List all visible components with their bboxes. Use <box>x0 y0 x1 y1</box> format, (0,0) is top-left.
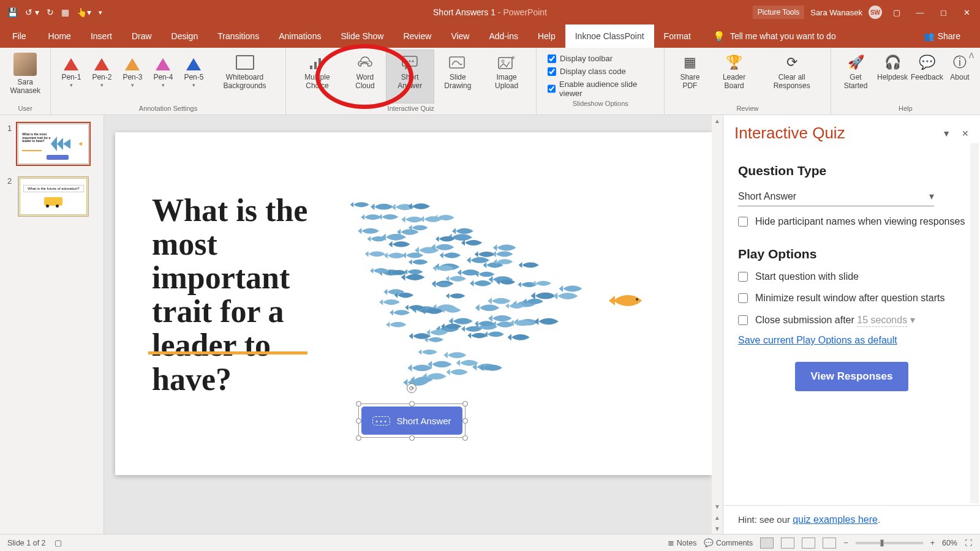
dropdown-caret-icon[interactable]: ▾ <box>100 82 104 88</box>
resize-handle[interactable] <box>356 401 361 407</box>
tab-view[interactable]: View <box>441 24 479 48</box>
whiteboard-backgrounds-button[interactable]: Whiteboard Backgrounds <box>209 50 280 103</box>
save-default-link[interactable]: Save current Play Options as default <box>738 335 897 345</box>
display-toolbar-checkbox[interactable]: Display toolbar <box>548 54 653 63</box>
present-icon[interactable]: ▦ <box>61 7 69 17</box>
panel-dropdown-icon[interactable]: ▼ <box>942 129 951 138</box>
short-answer-slide-button[interactable]: ∘∘∘ Short Answer <box>361 407 462 435</box>
feedback-button[interactable]: 💬Feedback <box>910 50 944 103</box>
short-answer-button[interactable]: Short Answer <box>386 50 434 103</box>
vertical-scrollbar[interactable]: ▲ ▼ ▲ ▼ <box>712 115 723 534</box>
dropdown-caret-icon[interactable]: ▾ <box>131 82 134 88</box>
zoom-slider[interactable] <box>856 542 923 544</box>
prev-slide-icon[interactable]: ▲ <box>712 512 723 523</box>
comments-button[interactable]: 💬 Comments <box>704 538 753 547</box>
rotate-handle[interactable]: ⟳ <box>407 383 417 393</box>
slide-thumb-2[interactable]: What is the future of education? <box>18 176 89 217</box>
tab-home[interactable]: Home <box>39 24 81 48</box>
minimize-result-checkbox[interactable] <box>738 293 748 303</box>
tab-draw[interactable]: Draw <box>122 24 162 48</box>
pen-2-button[interactable]: Pen-2▾ <box>86 50 117 103</box>
scroll-up-icon[interactable]: ▲ <box>712 115 723 126</box>
maximize-icon[interactable]: ◻ <box>935 4 952 21</box>
slide-thumb-1[interactable]: What is the most important trait for a l… <box>18 124 89 164</box>
tab-transitions[interactable]: Transitions <box>208 24 269 48</box>
checkbox-icon[interactable] <box>548 84 556 93</box>
pen-5-button[interactable]: Pen-5▾ <box>178 50 209 103</box>
tab-animations[interactable]: Animations <box>269 24 331 48</box>
zoom-level[interactable]: 60% <box>942 539 957 547</box>
helpdesk-button[interactable]: 🎧Helpdesk <box>875 50 909 103</box>
resize-handle[interactable] <box>409 401 415 407</box>
touch-mode-icon[interactable]: 👆▾ <box>77 7 91 17</box>
notes-button[interactable]: ≣ Notes <box>668 538 696 547</box>
tab-file[interactable]: File <box>0 24 39 48</box>
share-button[interactable]: 👥 Share <box>914 24 970 48</box>
tab-help[interactable]: Help <box>528 24 565 48</box>
panel-scrollbar[interactable] <box>970 143 979 503</box>
word-cloud-button[interactable]: Word Cloud <box>344 50 386 103</box>
checkbox-icon[interactable] <box>548 54 556 63</box>
tab-inknoe-classpoint[interactable]: Inknoe ClassPoint <box>565 24 654 48</box>
quiz-examples-link[interactable]: quiz examples here <box>793 514 878 525</box>
resize-handle[interactable] <box>462 435 468 441</box>
qat-customize-icon[interactable]: ▾ <box>99 9 102 17</box>
user-profile-button[interactable]: Sara Wanasek <box>5 50 45 103</box>
slide-canvas[interactable]: What is the most important trait for a l… <box>115 132 712 475</box>
fit-to-window-icon[interactable]: ⛶ <box>965 539 973 547</box>
scroll-track[interactable] <box>712 126 723 501</box>
collapse-ribbon-icon[interactable]: ᐱ <box>969 51 974 60</box>
pen-3-button[interactable]: Pen-3▾ <box>117 50 148 103</box>
resize-handle[interactable] <box>356 418 361 424</box>
zoom-out-icon[interactable]: − <box>843 539 848 547</box>
slideshow-view-icon[interactable] <box>823 538 836 549</box>
reading-view-icon[interactable] <box>802 538 815 549</box>
slide-drawing-button[interactable]: Slide Drawing <box>434 50 482 103</box>
hide-names-checkbox[interactable] <box>738 217 748 227</box>
next-slide-icon[interactable]: ▼ <box>712 523 723 534</box>
resize-handle[interactable] <box>462 401 468 407</box>
close-icon[interactable]: ✕ <box>958 4 975 21</box>
clear-all-responses-button[interactable]: ⟳Clear all Responses <box>758 50 826 103</box>
minimize-icon[interactable]: — <box>911 4 929 21</box>
tab-slide-show[interactable]: Slide Show <box>331 24 393 48</box>
dropdown-caret-icon[interactable]: ▾ <box>70 82 73 88</box>
dropdown-caret-icon[interactable]: ▾ <box>192 82 195 88</box>
redo-icon[interactable]: ↻ <box>47 7 54 17</box>
tab-insert[interactable]: Insert <box>81 24 122 48</box>
save-icon[interactable]: 💾 <box>7 7 18 17</box>
scroll-down-icon[interactable]: ▼ <box>712 501 723 512</box>
tell-me-search[interactable]: 💡 Tell me what you want to do <box>713 24 836 48</box>
close-seconds-value[interactable]: 15 seconds <box>857 315 907 327</box>
tab-addins[interactable]: Add-ins <box>479 24 527 48</box>
account-name[interactable]: Sara Wanasek <box>810 8 862 17</box>
share-pdf-button[interactable]: ▦Share PDF <box>669 50 710 103</box>
start-with-slide-checkbox[interactable] <box>738 272 748 282</box>
resize-handle[interactable] <box>462 418 468 424</box>
view-responses-button[interactable]: View Responses <box>795 362 909 391</box>
zoom-in-icon[interactable]: + <box>930 539 935 547</box>
pen-4-button[interactable]: Pen-4▾ <box>148 50 178 103</box>
ribbon-display-icon[interactable]: ▢ <box>888 4 905 21</box>
slide-headline[interactable]: What is the most important trait for a l… <box>152 193 354 396</box>
enable-audience-viewer-checkbox[interactable]: Enable audience slide viewer <box>548 80 653 98</box>
get-started-button[interactable]: 🚀Get Started <box>836 50 876 103</box>
close-submission-checkbox[interactable] <box>738 315 748 325</box>
resize-handle[interactable] <box>409 435 415 441</box>
checkbox-icon[interactable] <box>548 67 556 76</box>
display-class-code-checkbox[interactable]: Display class code <box>548 67 653 76</box>
tab-design[interactable]: Design <box>162 24 208 48</box>
pen-1-button[interactable]: Pen-1▾ <box>56 50 86 103</box>
slide-sorter-view-icon[interactable] <box>781 538 794 549</box>
dropdown-caret-icon[interactable]: ▾ <box>162 82 165 88</box>
normal-view-icon[interactable] <box>760 538 774 549</box>
multiple-choice-button[interactable]: Multiple Choice <box>291 50 344 103</box>
resize-handle[interactable] <box>356 435 361 441</box>
zoom-thumb[interactable] <box>880 539 884 547</box>
spellcheck-icon[interactable]: ▢ <box>55 538 62 547</box>
undo-icon[interactable]: ↺ ▾ <box>25 7 39 17</box>
slide-counter[interactable]: Slide 1 of 2 <box>7 539 46 547</box>
account-avatar[interactable]: SW <box>869 6 882 19</box>
panel-close-icon[interactable]: ✕ <box>962 129 969 138</box>
image-upload-button[interactable]: Image Upload <box>482 50 531 103</box>
